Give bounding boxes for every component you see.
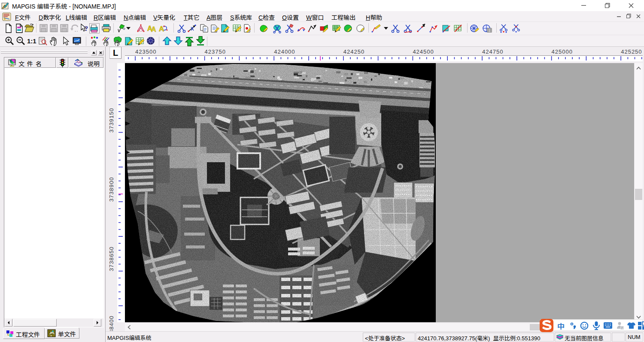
- svg-text:?: ?: [85, 25, 88, 32]
- svg-text:1:1: 1:1: [27, 37, 36, 45]
- svg-text:A: A: [151, 26, 156, 33]
